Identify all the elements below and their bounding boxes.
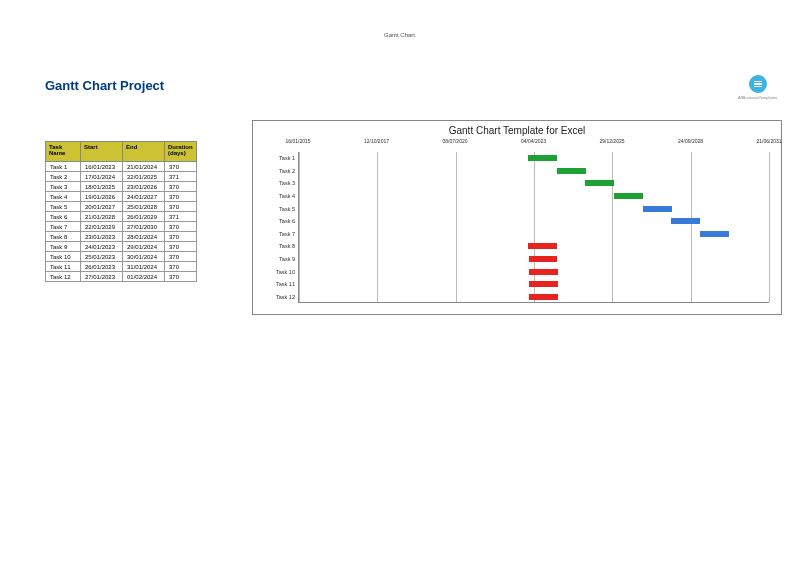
cell-name: Task 2 xyxy=(46,172,81,182)
gantt-bar xyxy=(585,180,614,186)
cell-end: 23/01/2026 xyxy=(123,182,165,192)
cell-end: 24/01/2027 xyxy=(123,192,165,202)
cell-start: 16/01/2023 xyxy=(81,162,123,172)
cell-duration: 371 xyxy=(165,172,197,182)
cell-end: 28/01/2024 xyxy=(123,232,165,242)
task-table: Task Name Start End Duration (days) Task… xyxy=(45,141,197,282)
y-tick-label: Task 2 xyxy=(267,168,295,174)
gantt-bar xyxy=(671,218,700,224)
cell-name: Task 7 xyxy=(46,222,81,232)
cell-duration: 370 xyxy=(165,222,197,232)
gantt-bar xyxy=(529,256,558,262)
cell-start: 27/01/2023 xyxy=(81,272,123,282)
cell-start: 19/01/2026 xyxy=(81,192,123,202)
cell-duration: 370 xyxy=(165,162,197,172)
y-tick-label: Task 5 xyxy=(267,206,295,212)
table-row: Task 722/01/202927/01/2030370 xyxy=(46,222,197,232)
y-tick-label: Task 7 xyxy=(267,231,295,237)
x-tick-label: 21/06/2031 xyxy=(756,138,781,144)
cell-end: 27/01/2030 xyxy=(123,222,165,232)
cell-start: 22/01/2029 xyxy=(81,222,123,232)
header-start: Start xyxy=(81,142,123,162)
table-row: Task 419/01/202624/01/2027370 xyxy=(46,192,197,202)
cell-duration: 370 xyxy=(165,242,197,252)
y-tick-label: Task 9 xyxy=(267,256,295,262)
y-tick-label: Task 1 xyxy=(267,155,295,161)
cell-start: 24/01/2023 xyxy=(81,242,123,252)
x-tick-label: 08/07/2020 xyxy=(442,138,467,144)
table-row: Task 116/01/202321/01/2024370 xyxy=(46,162,197,172)
gantt-bar xyxy=(528,155,557,161)
cell-end: 21/01/2024 xyxy=(123,162,165,172)
y-tick-label: Task 4 xyxy=(267,193,295,199)
y-tick-label: Task 3 xyxy=(267,180,295,186)
cell-duration: 370 xyxy=(165,252,197,262)
cell-start: 18/01/2025 xyxy=(81,182,123,192)
table-row: Task 823/01/202328/01/2024370 xyxy=(46,232,197,242)
cell-start: 23/01/2023 xyxy=(81,232,123,242)
cell-duration: 371 xyxy=(165,212,197,222)
table-row: Task 520/01/202725/01/2028370 xyxy=(46,202,197,212)
gridline xyxy=(456,152,457,302)
gantt-bar xyxy=(529,269,558,275)
gantt-bar xyxy=(529,281,558,287)
cell-name: Task 3 xyxy=(46,182,81,192)
table-row: Task 1126/01/202331/01/2024370 xyxy=(46,262,197,272)
gridline xyxy=(534,152,535,302)
cell-end: 30/01/2024 xyxy=(123,252,165,262)
cell-end: 22/01/2025 xyxy=(123,172,165,182)
top-label: Gantt Chart xyxy=(384,32,415,38)
cell-name: Task 10 xyxy=(46,252,81,262)
cell-name: Task 9 xyxy=(46,242,81,252)
cell-duration: 370 xyxy=(165,232,197,242)
y-tick-label: Task 6 xyxy=(267,218,295,224)
gantt-bar xyxy=(614,193,643,199)
cell-name: Task 12 xyxy=(46,272,81,282)
x-tick-label: 16/01/2015 xyxy=(285,138,310,144)
cell-start: 26/01/2023 xyxy=(81,262,123,272)
header-end: End xyxy=(123,142,165,162)
x-tick-label: 12/10/2017 xyxy=(364,138,389,144)
y-tick-label: Task 10 xyxy=(267,269,295,275)
cell-name: Task 8 xyxy=(46,232,81,242)
table-header-row: Task Name Start End Duration (days) xyxy=(46,142,197,162)
cell-end: 29/01/2024 xyxy=(123,242,165,252)
cell-end: 01/02/2024 xyxy=(123,272,165,282)
cell-duration: 370 xyxy=(165,272,197,282)
gridline xyxy=(691,152,692,302)
gantt-bar xyxy=(528,243,557,249)
cell-start: 21/01/2028 xyxy=(81,212,123,222)
y-tick-label: Task 8 xyxy=(267,243,295,249)
cell-duration: 370 xyxy=(165,262,197,272)
table-row: Task 318/01/202523/01/2026370 xyxy=(46,182,197,192)
cell-start: 20/01/2027 xyxy=(81,202,123,212)
chart-title: Gantt Chart Template for Excel xyxy=(253,121,781,138)
y-tick-label: Task 11 xyxy=(267,281,295,287)
cell-start: 17/01/2024 xyxy=(81,172,123,182)
cell-duration: 370 xyxy=(165,182,197,192)
cell-name: Task 4 xyxy=(46,192,81,202)
gridline xyxy=(299,152,300,302)
cell-end: 25/01/2028 xyxy=(123,202,165,212)
logo-text: AllBusinessTemplates xyxy=(738,95,777,100)
cell-name: Task 5 xyxy=(46,202,81,212)
cell-name: Task 11 xyxy=(46,262,81,272)
table-row: Task 1227/01/202301/02/2024370 xyxy=(46,272,197,282)
header-duration: Duration (days) xyxy=(165,142,197,162)
header-name: Task Name xyxy=(46,142,81,162)
gantt-chart: Gantt Chart Template for Excel 16/01/201… xyxy=(252,120,782,315)
cell-duration: 370 xyxy=(165,202,197,212)
table-row: Task 1025/01/202330/01/2024370 xyxy=(46,252,197,262)
cell-name: Task 6 xyxy=(46,212,81,222)
cell-name: Task 1 xyxy=(46,162,81,172)
gantt-bar xyxy=(700,231,729,237)
cell-end: 26/01/2029 xyxy=(123,212,165,222)
logo-icon xyxy=(749,75,767,93)
gridline xyxy=(612,152,613,302)
cell-end: 31/01/2024 xyxy=(123,262,165,272)
gridline xyxy=(769,152,770,302)
gantt-bar xyxy=(557,168,586,174)
table-row: Task 924/01/202329/01/2024370 xyxy=(46,242,197,252)
gantt-bar xyxy=(529,294,558,300)
cell-start: 25/01/2023 xyxy=(81,252,123,262)
